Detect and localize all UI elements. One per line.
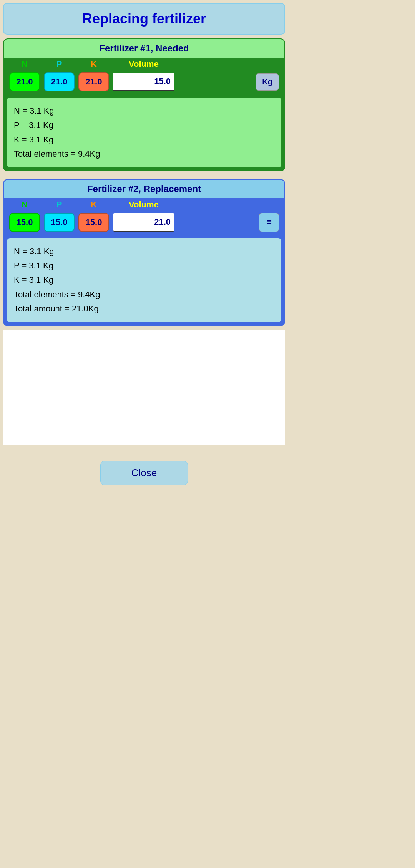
fertilizer1-p-input[interactable] — [44, 72, 75, 91]
fertilizer2-k-input[interactable] — [78, 213, 109, 232]
fertilizer2-input-row: = — [4, 210, 284, 235]
fertilizer2-result-n: N = 3.1 Kg — [14, 244, 274, 258]
fertilizer2-result-total-amount: Total amount = 21.0Kg — [14, 301, 274, 316]
fertilizer1-n-input[interactable] — [9, 72, 40, 91]
close-button-container: Close — [0, 445, 288, 497]
fertilizer1-result-k: K = 3.1 Kg — [14, 133, 274, 147]
fertilizer1-section: Fertilizer #1, Needed N P K Volume Kg N … — [3, 38, 285, 171]
fertilizer2-result-p: P = 3.1 Kg — [14, 258, 274, 273]
fertilizer1-k-label: K — [78, 59, 109, 69]
fertilizer1-input-row: Kg — [4, 69, 284, 94]
fertilizer1-header: Fertilizer #1, Needed — [4, 39, 284, 58]
app-title: Replacing fertilizer — [82, 11, 206, 27]
fertilizer1-k-input[interactable] — [78, 72, 109, 91]
fertilizer2-volume-label: Volume — [113, 200, 174, 210]
fertilizer2-results: N = 3.1 Kg P = 3.1 Kg K = 3.1 Kg Total e… — [7, 238, 281, 322]
fertilizer2-p-input[interactable] — [44, 213, 75, 232]
fertilizer2-volume-input[interactable] — [113, 213, 174, 232]
fertilizer2-header: Fertilizer #2, Replacement — [4, 180, 284, 198]
fertilizer2-result-total-elements: Total elements = 9.4Kg — [14, 287, 274, 301]
fertilizer1-volume-input[interactable] — [113, 73, 174, 91]
fertilizer1-p-label: P — [44, 59, 75, 69]
fertilizer1-results: N = 3.1 Kg P = 3.1 Kg K = 3.1 Kg Total e… — [7, 98, 281, 167]
fertilizer1-result-n: N = 3.1 Kg — [14, 104, 274, 118]
app-container: Replacing fertilizer Fertilizer #1, Need… — [0, 0, 288, 497]
fertilizer1-result-p: P = 3.1 Kg — [14, 118, 274, 132]
fertilizer2-k-label: K — [78, 200, 109, 210]
fertilizer1-result-total: Total elements = 9.4Kg — [14, 147, 274, 161]
fertilizer1-label-row: N P K Volume — [4, 58, 284, 69]
fertilizer1-n-label: N — [9, 59, 40, 69]
close-button[interactable]: Close — [100, 461, 188, 485]
fertilizer1-unit-button[interactable]: Kg — [256, 73, 279, 91]
fertilizer2-n-input[interactable] — [9, 213, 40, 232]
fertilizer2-n-label: N — [9, 200, 40, 210]
fertilizer2-p-label: P — [44, 200, 75, 210]
fertilizer2-result-k: K = 3.1 Kg — [14, 273, 274, 287]
fertilizer2-section: Fertilizer #2, Replacement N P K Volume … — [3, 179, 285, 326]
fertilizer2-equals-button[interactable]: = — [259, 213, 279, 232]
empty-content-area — [3, 330, 285, 445]
app-header: Replacing fertilizer — [3, 3, 285, 35]
fertilizer1-volume-label: Volume — [113, 59, 174, 69]
fertilizer2-label-row: N P K Volume — [4, 198, 284, 210]
